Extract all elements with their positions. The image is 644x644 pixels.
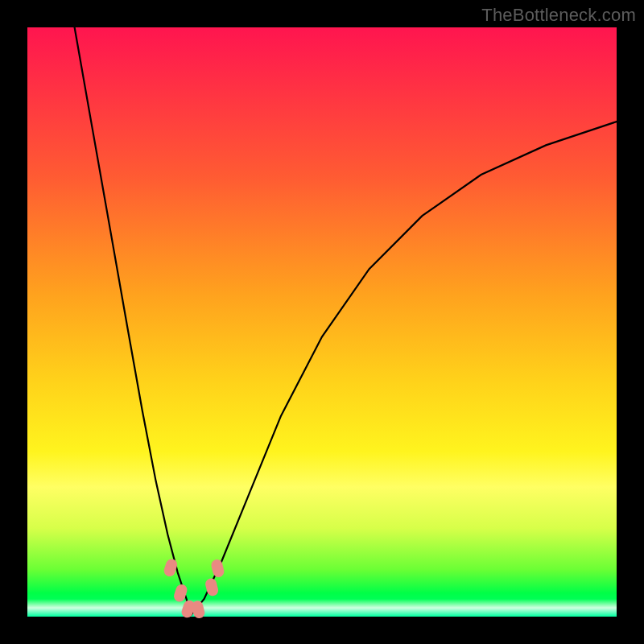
highlighted-points (163, 558, 225, 620)
bottleneck-curve-svg (27, 27, 617, 617)
curve-right-branch (192, 122, 617, 615)
highlighted-point (163, 558, 179, 578)
plot-area (27, 27, 617, 617)
highlighted-point (210, 559, 225, 579)
curve-left-branch (75, 27, 192, 615)
attribution-text: TheBottleneck.com (481, 5, 636, 26)
chart-frame: TheBottleneck.com (0, 0, 644, 644)
